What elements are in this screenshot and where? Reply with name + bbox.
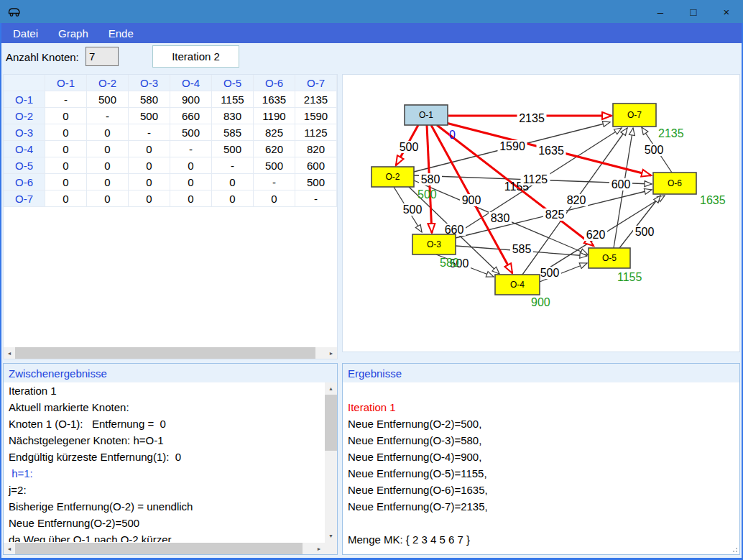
matrix-cell: 0 xyxy=(129,157,170,174)
matrix-cell: 500 xyxy=(87,91,129,108)
matrix-cell: 500 xyxy=(254,157,295,174)
edge-weight-label: 600 xyxy=(612,178,631,191)
node-label: O-4 xyxy=(510,280,525,290)
app-window: – □ × Datei Graph Ende Anzahl Knoten: It… xyxy=(0,0,743,560)
node-label: O-3 xyxy=(427,239,441,249)
edge-weight-label: 620 xyxy=(586,229,606,241)
distance-matrix: O-1O-2O-3O-4O-5O-6O-7O-1-500580900115516… xyxy=(4,75,337,207)
table-row: O-1-500580900115516352135 xyxy=(4,91,337,108)
distance-matrix-panel: O-1O-2O-3O-4O-5O-6O-7O-1-500580900115516… xyxy=(3,74,338,359)
matrix-header-cell: O-6 xyxy=(254,75,295,91)
matrix-cell: 1190 xyxy=(254,108,295,124)
iteration-button[interactable]: Iteration 2 xyxy=(152,45,239,68)
resize-grip-icon[interactable] xyxy=(732,546,737,552)
graph-node-O-3[interactable]: O-3 xyxy=(412,234,456,254)
scroll-right-icon[interactable]: ► xyxy=(313,543,325,554)
edge-weight-label: 500 xyxy=(645,144,664,156)
matrix-cell: 825 xyxy=(254,124,295,141)
edge-weight-label: 1125 xyxy=(523,173,548,185)
graph-node-O-2[interactable]: O-2 xyxy=(372,167,414,187)
matrix-hscrollbar[interactable]: ◄ ► xyxy=(4,347,337,359)
ergebnisse-log: Iteration 1Neue Entfernung(O-2)=500,Neue… xyxy=(343,382,739,548)
scroll-down-icon[interactable]: ▼ xyxy=(325,530,337,542)
matrix-cell: 0 xyxy=(129,174,170,191)
scroll-right-icon[interactable]: ► xyxy=(326,347,337,359)
table-row: O-1O-2O-3O-4O-5O-6O-7 xyxy=(4,75,337,91)
log-line: Knoten 1 (O-1): Entfernung = 0 xyxy=(4,416,325,432)
edge-weight-label: 500 xyxy=(540,267,560,279)
scrollbar-track xyxy=(303,543,313,554)
edge-weight-label: 820 xyxy=(567,194,586,206)
log-line: Endgültig kürzeste Entfernung(1): 0 xyxy=(4,449,325,465)
edge-weight-label: 1590 xyxy=(499,140,525,152)
menu-item-ende[interactable]: Ende xyxy=(98,23,144,43)
edge-weight-label: 585 xyxy=(512,243,532,255)
matrix-cell: 0 xyxy=(87,124,129,141)
matrix-cell: 500 xyxy=(212,141,254,157)
graph-node-O-7[interactable]: O-7 xyxy=(613,104,656,127)
matrix-cell: 900 xyxy=(170,91,212,108)
matrix-cell: 500 xyxy=(129,108,170,124)
matrix-cell: 1155 xyxy=(212,91,254,108)
table-row: O-7000000- xyxy=(4,191,337,207)
maximize-icon[interactable]: □ xyxy=(677,0,710,23)
graph-node-O-6[interactable]: O-6 xyxy=(653,173,696,194)
graph-node-O-4[interactable]: O-4 xyxy=(495,275,540,295)
matrix-cell: 660 xyxy=(170,108,212,124)
matrix-cell: 600 xyxy=(295,157,337,174)
log-line: j=2: xyxy=(4,482,325,498)
scrollbar-corner xyxy=(325,542,337,554)
zw-hscrollbar[interactable]: ◄ ► xyxy=(4,543,325,554)
zw-vscrollbar[interactable]: ▲ ▼ xyxy=(325,382,337,542)
anzahl-knoten-label: Anzahl Knoten: xyxy=(6,51,79,63)
zwischenergebnisse-title: Zwischenergebnisse xyxy=(4,364,337,382)
matrix-header-cell: O-3 xyxy=(129,75,170,91)
matrix-cell: - xyxy=(212,157,254,174)
matrix-cell: 0 xyxy=(45,108,87,124)
log-line: Nächstgelegener Knoten: h=O-1 xyxy=(4,432,325,449)
log-line: Neue Entfernung(O-3)=580, xyxy=(343,432,739,449)
matrix-cell: 0 xyxy=(170,191,212,207)
matrix-cell: 585 xyxy=(212,124,254,141)
log-line: Menge MK: { 2 3 4 5 6 7 } xyxy=(343,531,739,548)
ergebnisse-panel: Ergebnisse Iteration 1Neue Entfernung(O-… xyxy=(342,363,740,555)
matrix-cell: 0 xyxy=(45,191,87,207)
graph-node-O-1[interactable]: O-1 xyxy=(405,105,448,125)
graph-node-O-5[interactable]: O-5 xyxy=(589,248,630,268)
scrollbar-thumb[interactable] xyxy=(15,543,303,554)
scroll-up-icon[interactable]: ▲ xyxy=(325,382,337,395)
log-line: h=1: xyxy=(4,465,325,482)
matrix-cell: 0 xyxy=(87,191,129,207)
table-row: O-50000-500600 xyxy=(4,157,337,174)
matrix-cell: 1590 xyxy=(295,108,337,124)
scrollbar-thumb[interactable] xyxy=(325,395,337,451)
matrix-cell: - xyxy=(170,141,212,157)
scrollbar-thumb[interactable] xyxy=(15,347,315,359)
graph-edge-O-5-O-6 xyxy=(619,196,660,248)
menu-item-graph[interactable]: Graph xyxy=(48,23,98,43)
matrix-cell: - xyxy=(254,174,295,191)
matrix-cell: 820 xyxy=(295,141,337,157)
menu-item-datei[interactable]: Datei xyxy=(3,23,48,43)
matrix-cell: 0 xyxy=(87,157,129,174)
anzahl-knoten-input[interactable] xyxy=(86,47,119,66)
matrix-cell: 2135 xyxy=(295,91,337,108)
edge-weight-label: 825 xyxy=(545,208,565,221)
matrix-cell: 0 xyxy=(45,124,87,141)
matrix-header-cell xyxy=(4,75,45,91)
scroll-left-icon[interactable]: ◄ xyxy=(4,347,15,359)
matrix-header-cell: O-3 xyxy=(4,124,45,141)
close-icon[interactable]: × xyxy=(710,0,743,23)
log-line: Neue Entfernung(O-7)=2135, xyxy=(343,498,739,515)
node-distance-label: 0 xyxy=(449,129,456,141)
matrix-cell: 500 xyxy=(170,124,212,141)
scroll-left-icon[interactable]: ◄ xyxy=(4,543,15,554)
matrix-cell: 0 xyxy=(129,141,170,157)
matrix-cell: - xyxy=(129,124,170,141)
matrix-cell: 0 xyxy=(212,174,254,191)
node-distance-label: 1155 xyxy=(617,271,642,283)
matrix-header-cell: O-5 xyxy=(4,157,45,174)
log-line xyxy=(343,515,739,531)
minimize-icon[interactable]: – xyxy=(644,0,677,23)
log-line: Bisherige Entfernung(O-2) = unendlich xyxy=(4,498,325,515)
